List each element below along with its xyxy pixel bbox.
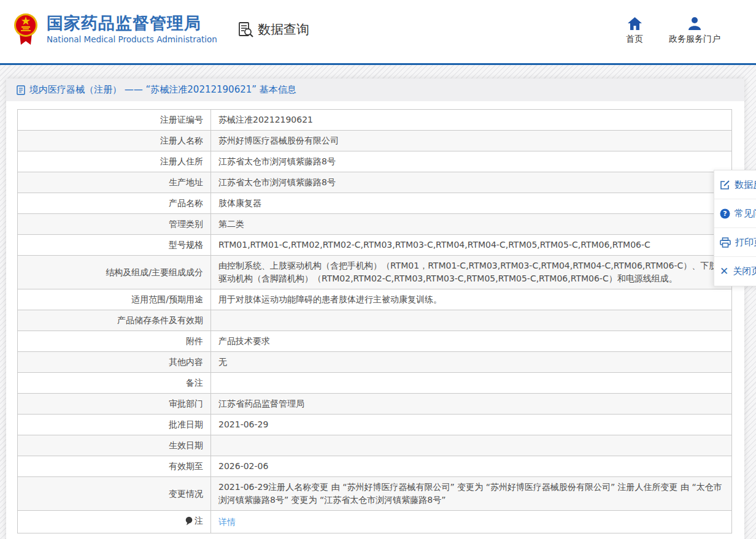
side-panel-item-label: 数据反馈 bbox=[735, 179, 756, 191]
row-label: 批准日期 bbox=[18, 415, 211, 435]
table-row: 注册人名称苏州好博医疗器械股份有限公司 bbox=[18, 131, 732, 151]
data-query-section[interactable]: 数据查询 bbox=[237, 21, 309, 38]
nmpa-logo[interactable]: 国家药品监督管理局 National Medical Products Admi… bbox=[14, 9, 217, 48]
row-label: 产品名称 bbox=[18, 193, 211, 214]
breadcrumb-bar: 境内医疗器械（注册） —— “苏械注准20212190621” 基本信息 bbox=[6, 78, 744, 101]
side-panel-item-3[interactable]: 打印页面 bbox=[714, 228, 756, 257]
row-label: 注册人住所 bbox=[18, 151, 211, 172]
side-panel-item-label: 常见问题 bbox=[735, 208, 756, 220]
side-panel-item-label: 打印页面 bbox=[735, 237, 756, 248]
row-label: 生产地址 bbox=[18, 172, 211, 193]
row-label: 审批部门 bbox=[18, 394, 211, 415]
row-value bbox=[211, 373, 732, 394]
side-panel-item-4[interactable]: ✕关闭页面 bbox=[714, 257, 756, 286]
feedback-edit-icon bbox=[720, 180, 730, 190]
nav-portal-label: 政务服务门户 bbox=[669, 34, 720, 45]
row-value: 2021-06-29注册人名称变更 由 “苏州好博医疗器械有限公司” 变更为 “… bbox=[211, 477, 732, 511]
table-row: 管理类别第二类 bbox=[18, 214, 732, 235]
nav-home-label: 首页 bbox=[626, 34, 643, 45]
breadcrumb: 境内医疗器械（注册） —— “苏械注准20212190621” 基本信息 bbox=[29, 84, 296, 96]
row-value: 苏州好博医疗器械股份有限公司 bbox=[211, 131, 732, 151]
table-row: 备注 bbox=[18, 373, 732, 394]
nav-item-gov-portal[interactable]: 政务服务门户 bbox=[669, 17, 720, 45]
row-label: 生效日期 bbox=[18, 435, 211, 456]
table-row: 其他内容无 bbox=[18, 352, 732, 373]
row-value bbox=[211, 435, 732, 456]
row-value: 苏械注准20212190621 bbox=[211, 110, 732, 131]
row-value: 江苏省太仓市浏河镇紫藤路8号 bbox=[211, 151, 732, 172]
row-label: 结构及组成/主要组成成分 bbox=[18, 256, 211, 289]
row-label: 适用范围/预期用途 bbox=[18, 289, 211, 310]
org-title-block: 国家药品监督管理局 National Medical Products Admi… bbox=[47, 13, 217, 44]
faq-question-icon: ? bbox=[720, 208, 730, 219]
table-row: 生产地址江苏省太仓市浏河镇紫藤路8号 bbox=[18, 172, 732, 193]
row-value bbox=[211, 310, 732, 331]
side-panel-item-1[interactable]: 数据反馈 bbox=[714, 170, 756, 199]
row-value: 肢体康复器 bbox=[211, 193, 732, 214]
table-row: 型号规格RTM01,RTM01-C,RTM02,RTM02-C,RTM03,RT… bbox=[18, 235, 732, 256]
national-emblem-icon bbox=[14, 9, 38, 48]
table-row: 批准日期2021-06-29 bbox=[18, 415, 732, 435]
detail-link[interactable]: 详情 bbox=[218, 517, 236, 527]
row-label: 注册人名称 bbox=[18, 131, 211, 151]
row-label: 有效期至 bbox=[18, 456, 211, 477]
table-row: 注册证编号苏械注准20212190621 bbox=[18, 110, 732, 131]
svg-text:?: ? bbox=[723, 210, 727, 218]
row-label: 管理类别 bbox=[18, 214, 211, 235]
table-row: 附件产品技术要求 bbox=[18, 331, 732, 352]
data-query-label: 数据查询 bbox=[258, 21, 309, 38]
row-value: 江苏省太仓市浏河镇紫藤路8号 bbox=[211, 172, 732, 193]
registration-info-table: 注册证编号苏械注准20212190621注册人名称苏州好博医疗器械股份有限公司注… bbox=[17, 109, 732, 533]
header-divider bbox=[0, 63, 756, 65]
info-table-body: 注册证编号苏械注准20212190621注册人名称苏州好博医疗器械股份有限公司注… bbox=[18, 110, 732, 533]
row-value: 产品技术要求 bbox=[211, 331, 732, 352]
row-value: 第二类 bbox=[211, 214, 732, 235]
row-label: 产品储存条件及有效期 bbox=[18, 310, 211, 331]
table-row: 产品储存条件及有效期 bbox=[18, 310, 732, 331]
table-row: 生效日期 bbox=[18, 435, 732, 456]
site-header: 国家药品监督管理局 National Medical Products Admi… bbox=[0, 0, 756, 63]
doc-search-icon bbox=[237, 21, 254, 38]
table-row: 有效期至2026-02-06 bbox=[18, 456, 732, 477]
row-label: 备注 bbox=[18, 373, 211, 394]
floating-tools-panel: 数据反馈?常见问题打印页面✕关闭页面 bbox=[714, 170, 756, 286]
note-balloon-icon bbox=[185, 516, 193, 526]
table-row: 注册人住所江苏省太仓市浏河镇紫藤路8号 bbox=[18, 151, 732, 172]
table-row: 产品名称肢体康复器 bbox=[18, 193, 732, 214]
close-page-icon: ✕ bbox=[720, 266, 728, 277]
row-value: 无 bbox=[211, 352, 732, 373]
table-row: 审批部门江苏省药品监督管理局 bbox=[18, 394, 732, 415]
row-label: 注册证编号 bbox=[18, 110, 211, 131]
table-row: 注详情 bbox=[18, 511, 732, 533]
table-row: 结构及组成/主要组成成分由控制系统、上肢驱动机构（含把手机构）（RTM01，RT… bbox=[18, 256, 732, 289]
person-icon bbox=[687, 17, 702, 31]
row-value: 2021-06-29 bbox=[211, 415, 732, 435]
row-label: 其他内容 bbox=[18, 352, 211, 373]
side-panel-item-2[interactable]: ?常见问题 bbox=[714, 199, 756, 228]
nav-item-home[interactable]: 首页 bbox=[626, 17, 643, 45]
org-name-zh: 国家药品监督管理局 bbox=[47, 13, 217, 32]
document-icon bbox=[17, 85, 25, 95]
print-page-icon bbox=[720, 237, 731, 248]
row-value: 江苏省药品监督管理局 bbox=[211, 394, 732, 415]
table-row: 变更情况2021-06-29注册人名称变更 由 “苏州好博医疗器械有限公司” 变… bbox=[18, 477, 732, 511]
row-value: RTM01,RTM01-C,RTM02,RTM02-C,RTM03,RTM03-… bbox=[211, 235, 732, 256]
row-label: 型号规格 bbox=[18, 235, 211, 256]
content-card: 境内医疗器械（注册） —— “苏械注准20212190621” 基本信息 注册证… bbox=[6, 78, 744, 539]
row-label: 注 bbox=[18, 511, 211, 533]
row-value: 2026-02-06 bbox=[211, 456, 732, 477]
side-panel-item-label: 关闭页面 bbox=[733, 266, 756, 277]
home-icon bbox=[627, 17, 642, 31]
org-name-en: National Medical Products Administration bbox=[47, 34, 217, 44]
row-value: 由控制系统、上肢驱动机构（含把手机构）（RTM01，RTM01-C,RTM03,… bbox=[211, 256, 732, 289]
table-row: 适用范围/预期用途用于对肢体运动功能障碍的患者肢体进行主被动康复训练。 bbox=[18, 289, 732, 310]
row-label: 附件 bbox=[18, 331, 211, 352]
row-value: 用于对肢体运动功能障碍的患者肢体进行主被动康复训练。 bbox=[211, 289, 732, 310]
row-label: 变更情况 bbox=[18, 477, 211, 511]
top-nav: 首页 政务服务门户 bbox=[626, 17, 720, 45]
row-value: 详情 bbox=[211, 511, 732, 533]
